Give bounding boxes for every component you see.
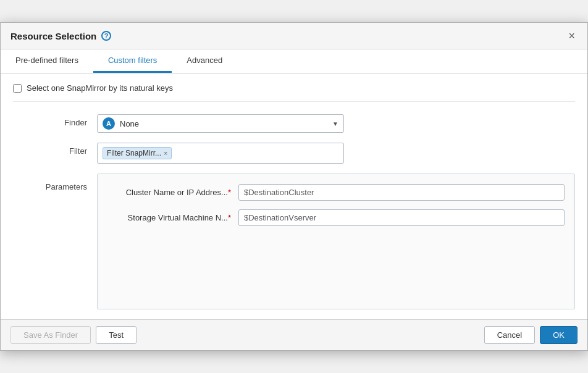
filter-row: Filter Filter SnapMirr... × xyxy=(13,143,575,164)
finder-control: A None ▼ xyxy=(97,114,575,133)
tab-bar: Pre-defined filters Custom filters Advan… xyxy=(1,49,587,73)
filter-tag-close-icon[interactable]: × xyxy=(164,149,167,157)
help-icon[interactable]: ? xyxy=(101,31,111,41)
dialog-title-area: Resource Selection ? xyxy=(10,31,111,41)
param-input-cluster[interactable] xyxy=(238,184,565,201)
parameters-box: Cluster Name or IP Addres...* Storage Vi… xyxy=(97,174,575,309)
dialog-footer: Save As Finder Test Cancel OK xyxy=(1,319,587,350)
ok-button[interactable]: OK xyxy=(540,326,578,344)
filter-tag-text: Filter SnapMirr... xyxy=(107,149,161,157)
dialog-body: Select one SnapMirror by its natural key… xyxy=(1,73,587,319)
parameters-label: Parameters xyxy=(13,174,87,191)
param-label-vserver: Storage Virtual Machine N...* xyxy=(107,213,231,222)
finder-arrow-icon: ▼ xyxy=(332,120,338,127)
param-required-cluster: * xyxy=(228,188,231,197)
natural-keys-label: Select one SnapMirror by its natural key… xyxy=(27,83,173,93)
tab-advanced[interactable]: Advanced xyxy=(172,49,237,73)
tab-predefined-filters[interactable]: Pre-defined filters xyxy=(1,49,93,73)
parameters-control: Cluster Name or IP Addres...* Storage Vi… xyxy=(97,174,575,309)
natural-keys-checkbox[interactable] xyxy=(13,84,22,93)
natural-keys-checkbox-row: Select one SnapMirror by its natural key… xyxy=(13,83,575,102)
param-required-vserver: * xyxy=(228,213,231,222)
finder-dropdown[interactable]: A None ▼ xyxy=(97,114,344,133)
param-row-vserver: Storage Virtual Machine N...* xyxy=(107,209,565,226)
filter-label: Filter xyxy=(13,143,87,156)
footer-right: Cancel OK xyxy=(484,326,578,344)
save-as-finder-button[interactable]: Save As Finder xyxy=(10,326,91,344)
footer-left: Save As Finder Test xyxy=(10,326,136,344)
test-button[interactable]: Test xyxy=(96,326,136,344)
cancel-button[interactable]: Cancel xyxy=(484,326,535,344)
finder-value: None xyxy=(120,119,327,128)
finder-row: Finder A None ▼ xyxy=(13,114,575,133)
parameters-row: Parameters Cluster Name or IP Addres...* xyxy=(13,174,575,309)
filter-control: Filter SnapMirr... × xyxy=(97,143,575,164)
tab-custom-filters[interactable]: Custom filters xyxy=(93,49,172,73)
finder-user-icon: A xyxy=(103,117,115,130)
finder-label: Finder xyxy=(13,114,87,127)
param-label-cluster: Cluster Name or IP Addres...* xyxy=(107,188,231,197)
param-row-cluster: Cluster Name or IP Addres...* xyxy=(107,184,565,201)
filter-box[interactable]: Filter SnapMirr... × xyxy=(97,143,344,164)
close-button[interactable]: × xyxy=(566,29,578,43)
filter-tag: Filter SnapMirr... × xyxy=(103,147,172,159)
form-section: Finder A None ▼ Filter Filter SnapMirr..… xyxy=(13,114,575,309)
resource-selection-dialog: Resource Selection ? × Pre-defined filte… xyxy=(0,22,588,351)
dialog-title: Resource Selection xyxy=(10,31,96,41)
param-input-vserver[interactable] xyxy=(238,209,565,226)
dialog-header: Resource Selection ? × xyxy=(1,23,587,49)
